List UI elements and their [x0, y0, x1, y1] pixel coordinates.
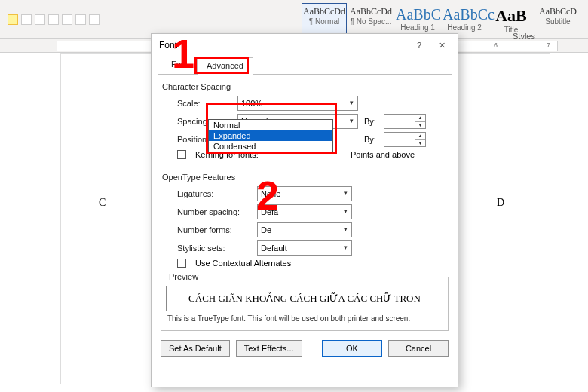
ruler-tick: 6	[494, 41, 498, 49]
tab-advanced[interactable]: Advanced	[197, 57, 253, 75]
doc-text: D	[497, 197, 504, 209]
stylistic-sets-label: Stylistic sets:	[177, 243, 251, 253]
font-dialog: Font ? ✕ Font Advanced Character Spacing…	[151, 33, 458, 387]
preview-text: CÁCH GIÃN KHOẢNG CÁCH GIỮA CÁC CHỮ TRON	[166, 286, 443, 311]
spacing-option-normal[interactable]: Normal	[209, 120, 332, 130]
chevron-down-icon: ▾	[339, 241, 351, 255]
chevron-down-icon: ▾	[345, 115, 357, 128]
ligatures-combo[interactable]: None ▾	[257, 186, 352, 201]
pts-label: Points and above	[351, 150, 415, 159]
spacing-option-expanded[interactable]: Expanded	[209, 130, 332, 141]
tool-icon[interactable]	[35, 14, 45, 25]
tool-icon[interactable]	[62, 14, 72, 25]
dialog-title: Font	[159, 40, 408, 51]
chevron-down-icon: ▾	[339, 223, 351, 237]
spinner-up-icon[interactable]: ▲	[415, 133, 425, 139]
preview-group: Preview CÁCH GIÃN KHOẢNG CÁCH GIỮA CÁC C…	[161, 272, 449, 331]
ligatures-label: Ligatures:	[177, 189, 251, 198]
stylistic-sets-combo[interactable]: Default ▾	[257, 240, 352, 256]
chevron-down-icon: ▾	[339, 187, 351, 201]
by-label: By:	[364, 135, 378, 144]
kerning-checkbox[interactable]	[177, 150, 186, 159]
position-by-spinner[interactable]: ▲▼	[384, 132, 426, 147]
number-spacing-label: Number spacing:	[177, 207, 251, 216]
number-spacing-combo[interactable]: Defa ▾	[257, 204, 352, 219]
group-char-spacing: Character Spacing	[152, 75, 458, 94]
tool-icon[interactable]	[89, 14, 100, 25]
text-effects-button[interactable]: Text Effects...	[236, 340, 302, 357]
chevron-down-icon: ▾	[339, 205, 351, 219]
style-gallery: AaBbCcDd ¶ Normal AaBbCcDd ¶ No Spac... …	[302, 3, 580, 36]
by-label: By:	[364, 117, 378, 126]
contextual-alternates-label: Use Contextual Alternates	[195, 259, 291, 268]
style-nospacing[interactable]: AaBbCcDd ¶ No Spac...	[348, 3, 394, 36]
ruler-tick: 7	[547, 41, 550, 49]
dialog-button-row: Set As Default Text Effects... OK Cancel	[152, 334, 458, 363]
spinner-up-icon[interactable]: ▲	[415, 115, 425, 121]
scale-value: 100%	[238, 99, 345, 108]
preview-legend: Preview	[166, 272, 201, 281]
help-button[interactable]: ?	[408, 36, 430, 54]
close-button[interactable]: ✕	[430, 36, 453, 54]
style-title[interactable]: AaB Title	[488, 3, 534, 36]
preview-hint: This is a TrueType font. This font will …	[166, 311, 443, 326]
tab-font[interactable]: Font	[162, 57, 197, 75]
toolbar-stub	[8, 14, 100, 25]
tool-icon[interactable]	[21, 14, 32, 25]
spinner-down-icon[interactable]: ▼	[415, 121, 425, 129]
number-forms-combo[interactable]: De ▾	[257, 222, 352, 237]
spinner-down-icon[interactable]: ▼	[415, 139, 425, 147]
style-subtitle[interactable]: AaBbCcD Subtitle	[535, 3, 580, 36]
style-normal[interactable]: AaBbCcDd ¶ Normal	[302, 3, 347, 36]
chevron-down-icon: ▾	[345, 96, 357, 110]
tool-icon[interactable]	[48, 14, 59, 25]
spacing-option-condensed[interactable]: Condensed	[209, 141, 332, 152]
set-default-button[interactable]: Set As Default	[161, 340, 230, 357]
tool-icon[interactable]	[75, 14, 86, 25]
dialog-titlebar: Font ? ✕	[152, 34, 458, 57]
dialog-tabs: Font Advanced	[152, 57, 458, 75]
cancel-button[interactable]: Cancel	[388, 340, 449, 357]
scale-combo[interactable]: 100% ▾	[237, 96, 358, 111]
ok-button[interactable]: OK	[322, 340, 382, 357]
highlight-icon[interactable]	[8, 14, 18, 25]
spacing-by-spinner[interactable]: ▲▼	[384, 114, 426, 129]
contextual-alternates-checkbox[interactable]	[177, 259, 186, 268]
style-heading2[interactable]: AaBbCc Heading 2	[442, 3, 487, 36]
scale-label: Scale:	[177, 99, 231, 108]
style-heading1[interactable]: AaBbC Heading 1	[395, 3, 440, 36]
spacing-dropdown-list[interactable]: Normal Expanded Condensed	[208, 119, 333, 152]
group-opentype: OpenType Features	[152, 161, 458, 185]
number-forms-label: Number forms:	[177, 225, 251, 234]
doc-text: C	[99, 197, 106, 209]
